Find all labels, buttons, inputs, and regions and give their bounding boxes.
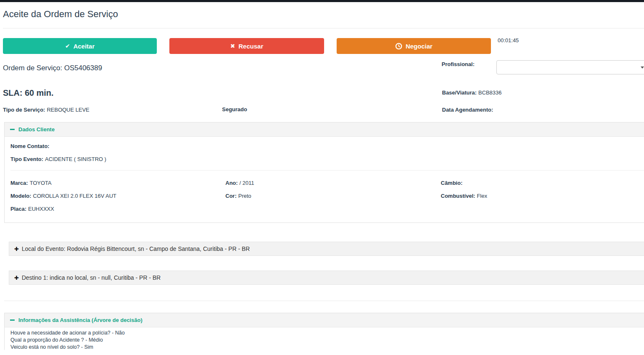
x-icon: ✖ <box>230 43 235 49</box>
panel-inner-divider <box>10 170 644 171</box>
order-number: Ordem de Serviço: OS5406389 <box>3 64 102 72</box>
local-evento-toggle[interactable]: ✚ Local do Evento: Rodovia Régis Bittenc… <box>9 242 644 256</box>
assistencia-panel-header[interactable]: Informações da Assistência (Árvore de de… <box>5 313 644 327</box>
assistencia-panel-title: Informações da Assistência (Árvore de de… <box>18 317 142 323</box>
professional-select[interactable] <box>496 60 644 74</box>
ano-field: Ano:/ 2011 <box>225 180 254 186</box>
local-evento-label: Local do Evento: Rodovia Régis Bittencou… <box>22 245 250 252</box>
clock-icon <box>395 43 402 50</box>
collapse-minus-icon <box>10 129 15 130</box>
marca-field: Marca:TOYOTA <box>10 180 51 186</box>
decision-tree-line: Veiculo está no nível do solo? - Sim <box>10 344 125 350</box>
collapse-minus-icon <box>10 319 15 321</box>
destino-1-toggle[interactable]: ✚ Destino 1: indica no local, sn - null,… <box>9 271 644 285</box>
plus-icon: ✚ <box>14 275 19 281</box>
destino-1-label: Destino 1: indica no local, sn - null, C… <box>22 274 161 281</box>
refuse-button[interactable]: ✖ Recusar <box>169 38 324 54</box>
sla-heading: SLA: 60 min. <box>3 88 54 98</box>
dados-cliente-panel-header[interactable]: Dados Cliente <box>5 123 644 137</box>
cambio-field: Câmbio: <box>441 180 464 186</box>
data-agendamento-field: Data Agendamento: <box>442 107 495 113</box>
accept-button[interactable]: ✔ Aceitar <box>3 38 157 54</box>
placa-field: Placa:EUHXXXX <box>10 206 54 212</box>
title-divider <box>3 28 644 28</box>
dados-cliente-panel-title: Dados Cliente <box>18 126 55 133</box>
check-icon: ✔ <box>65 43 70 49</box>
modelo-field: Modelo:COROLLA XEI 2.0 FLEX 16V AUT <box>10 193 116 199</box>
decision-tree-line: Qual a proporção do Acidente ? - Médio <box>10 337 125 344</box>
decision-tree-line: Houve a necessidade de acionar a polícia… <box>10 329 125 337</box>
professional-label: Profissional: <box>442 61 475 67</box>
decision-tree-answers: Houve a necessidade de acionar a polícia… <box>10 329 125 350</box>
accept-button-label: Aceitar <box>73 43 95 50</box>
dados-cliente-panel: Dados Cliente Nome Contato: Tipo Evento:… <box>4 122 644 223</box>
plus-icon: ✚ <box>14 246 19 252</box>
top-navbar <box>0 0 644 2</box>
negotiate-button[interactable]: Negociar <box>337 38 491 54</box>
negotiate-button-label: Negociar <box>406 43 432 50</box>
page-title: Aceite da Ordem de Serviço <box>3 9 118 20</box>
refuse-button-label: Recusar <box>238 43 263 50</box>
countdown-timer: 00:01:45 <box>498 37 519 43</box>
chevron-down-icon <box>641 66 644 69</box>
cor-field: Cor:Preto <box>225 193 251 199</box>
tipo-evento-field: Tipo Evento:ACIDENTE ( SINISTRO ) <box>10 156 106 162</box>
service-order-accept-page: { "header": { "title": "Aceite da Ordem … <box>0 0 644 355</box>
segurado-label: Segurado <box>222 106 247 112</box>
assistencia-panel: Informações da Assistência (Árvore de de… <box>4 313 644 350</box>
base-viatura-field: Base/Viatura:BCB8336 <box>442 89 502 96</box>
tipo-servico-field: Tipo de Serviço:REBOQUE LEVE <box>3 107 89 113</box>
section-divider <box>4 301 644 301</box>
combustivel-field: Combustível:Flex <box>441 193 487 199</box>
nome-contato-field: Nome Contato: <box>10 143 51 149</box>
